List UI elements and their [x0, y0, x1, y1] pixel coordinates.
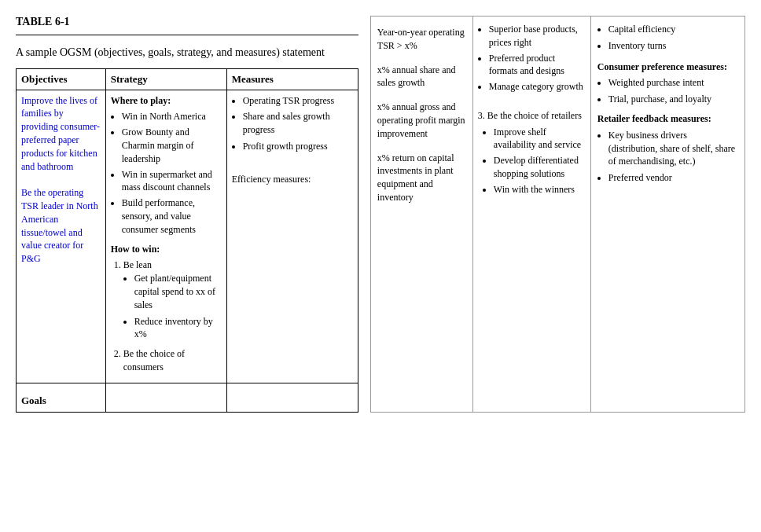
list-item: Win with the winners	[494, 183, 586, 196]
list-item: Win in North America	[122, 110, 222, 123]
share-label: x% annual share and sales growth	[377, 64, 456, 89]
objectives-text1: Improve the lives of families by providi…	[21, 94, 101, 174]
goals-header: Goals	[21, 387, 101, 408]
strategy-cell: Where to play: Win in North America Grow…	[105, 90, 226, 383]
tsr-label: Year-on-year operating TSR > x%	[377, 27, 465, 51]
table-title: TABLE 6-1	[16, 16, 358, 28]
objectives-cell: Improve the lives of families by providi…	[17, 90, 106, 383]
objectives-header: Objectives	[17, 68, 106, 90]
list-item: Be the choice of consumers	[123, 347, 222, 374]
list-item: Share and sales growth progress	[243, 110, 353, 137]
rp-col3: Capital efficiency Inventory turns Consu…	[591, 17, 744, 412]
list-item: Build performance, sensory, and value co…	[122, 196, 222, 236]
list-item: Get plant/equipment capital spend to xx …	[134, 272, 222, 311]
strategy-cell-empty	[105, 383, 226, 412]
rp-item-4: x% return on capital investments in plan…	[377, 152, 466, 204]
retailers-numbered: 3. Be the choice of retailers Improve sh…	[478, 109, 586, 196]
list-item: Preferred vendor	[608, 171, 738, 185]
list-item: Capital efficiency	[608, 23, 738, 36]
list-item: Operating TSR progress	[243, 94, 353, 108]
consumer-pref-header: Consumer preference measures:	[597, 61, 738, 74]
rp-item-1: Year-on-year operating TSR > x%	[377, 26, 466, 53]
list-item: Win in supermarket and mass discount cha…	[122, 168, 222, 195]
retailers-num: 3.	[478, 110, 485, 121]
page-container: TABLE 6-1 A sample OGSM (objectives, goa…	[16, 16, 745, 413]
col3-retailer-list: Key business drivers (distribution, shar…	[608, 129, 738, 185]
list-item: Preferred product formats and designs	[489, 52, 586, 79]
strategy-how-list: Be lean Get plant/equipment capital spen…	[123, 259, 222, 373]
list-item: Improve shelf availability and service	[494, 126, 586, 152]
strategy-where-list: Win in North America Grow Bounty and Cha…	[122, 110, 222, 236]
rp-item-3: x% annual gross and operating profit mar…	[377, 101, 466, 140]
ogsm-table: Objectives Strategy Measures Improve the…	[16, 68, 358, 413]
table-row-objectives: Improve the lives of families by providi…	[17, 90, 358, 383]
measures-list: Operating TSR progress Share and sales g…	[243, 94, 353, 153]
list-item: Develop differentiated shopping solution…	[494, 154, 586, 181]
measures-content: Operating TSR progress Share and sales g…	[232, 94, 353, 186]
goals-cell: Goals	[17, 383, 106, 412]
objectives-text2: Be the operating TSR leader in North Ame…	[21, 186, 101, 266]
measures-cell: Operating TSR progress Share and sales g…	[226, 90, 358, 383]
list-item: Manage category growth	[489, 80, 586, 94]
list-item: Be lean Get plant/equipment capital spen…	[123, 259, 222, 341]
list-item: Grow Bounty and Charmin margin of leader…	[122, 126, 222, 165]
right-panel: Year-on-year operating TSR > x% x% annua…	[370, 16, 745, 413]
capital-label: x% return on capital investments in plan…	[377, 152, 454, 203]
strategy-how-header: How to win:	[111, 243, 222, 256]
list-item: Inventory turns	[608, 39, 738, 53]
efficiency-header: Efficiency measures:	[232, 173, 353, 186]
col2-retailers-list: Improve shelf availability and service D…	[494, 126, 586, 196]
strategy-content: Where to play: Win in North America Grow…	[111, 94, 222, 374]
gross-label: x% annual gross and operating profit mar…	[377, 101, 465, 139]
table-header-row: Objectives Strategy Measures	[17, 68, 358, 90]
rp-col1: Year-on-year operating TSR > x% x% annua…	[371, 17, 473, 412]
list-item: Superior base products, prices right	[489, 23, 586, 50]
list-item: Weighted purchase intent	[608, 76, 738, 90]
col3-top-list: Capital efficiency Inventory turns	[608, 23, 738, 53]
be-lean-sublist: Get plant/equipment capital spend to xx …	[134, 272, 222, 341]
list-item: Key business drivers (distribution, shar…	[608, 129, 738, 168]
strategy-where-header: Where to play:	[111, 94, 222, 108]
left-panel: TABLE 6-1 A sample OGSM (objectives, goa…	[16, 16, 370, 413]
measures-cell-empty	[226, 383, 358, 412]
col2-bullet-list: Superior base products, prices right Pre…	[489, 23, 586, 94]
retailers-header: Be the choice of retailers	[487, 110, 582, 121]
divider	[16, 35, 358, 35]
col3-consumer-list: Weighted purchase intent Trial, purchase…	[608, 76, 738, 106]
retailer-feedback-header: Retailer feedback measures:	[597, 112, 738, 126]
strategy-header: Strategy	[105, 68, 226, 90]
list-item: Reduce inventory by x%	[134, 315, 222, 342]
measures-header: Measures	[226, 68, 358, 90]
list-item: Trial, purchase, and loyalty	[608, 93, 738, 106]
table-row-goals: Goals	[17, 383, 358, 412]
list-item: Profit growth progress	[243, 140, 353, 153]
table-subtitle: A sample OGSM (objectives, goals, strate…	[16, 45, 358, 61]
rp-col2: Superior base products, prices right Pre…	[473, 17, 591, 412]
rp-item-2: x% annual share and sales growth	[377, 64, 466, 90]
